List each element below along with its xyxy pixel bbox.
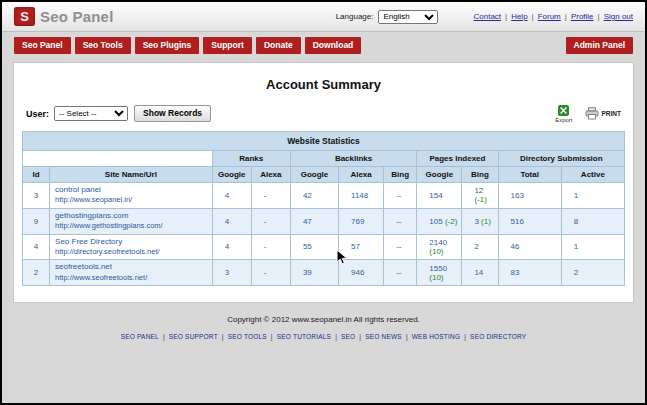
table-row: 3 control panel http://www.seopanel.in/ …	[23, 183, 625, 209]
nav-tab[interactable]: Seo Tools	[75, 37, 131, 54]
cell-pages-bing: 12 (-1)	[462, 183, 498, 209]
user-select[interactable]: -- Select --	[54, 106, 128, 121]
pages-google-diff: (10)	[429, 247, 443, 256]
site-url-link[interactable]: http://www.gethostingplans.com/	[55, 221, 163, 230]
col-pages-bing: Bing	[462, 167, 498, 183]
separator: |	[565, 12, 567, 21]
cell-dir-active: 1	[561, 234, 624, 260]
col-pages-google: Google	[417, 167, 462, 183]
site-url-link[interactable]: http://directory.seofreetools.net/	[55, 247, 160, 256]
admin-panel-button[interactable]: Admin Panel	[566, 37, 633, 54]
content-panel: Account Summary User: -- Select -- Show …	[13, 62, 634, 303]
brand[interactable]: S Seo Panel	[14, 7, 114, 26]
pages-google-value: 154	[429, 191, 442, 200]
logo-letter: S	[20, 9, 29, 24]
cell-dir-active: 8	[561, 208, 624, 234]
nav-tab[interactable]: Donate	[256, 37, 301, 54]
cell-pages-bing: 14	[462, 260, 498, 286]
print-label: PRINT	[602, 110, 622, 117]
site-name-link[interactable]: Seo Free Directory	[55, 237, 122, 246]
cell-rank-google: 4	[212, 183, 251, 209]
blank-header-cell	[23, 151, 213, 167]
cell-backlinks-bing: --	[384, 260, 417, 286]
seo-panel-page: S Seo Panel Language: English Contact | …	[0, 0, 647, 405]
pages-bing-value: 2	[474, 242, 478, 251]
pages-google-value: 2140	[429, 238, 447, 247]
footer-link[interactable]: SEO SUPPORT	[169, 333, 218, 340]
footer-link[interactable]: SEO TOOLS	[228, 333, 267, 340]
nav-tab[interactable]: Download	[305, 37, 362, 54]
cell-backlinks-google: 42	[290, 183, 338, 209]
group-ranks: Ranks	[212, 151, 290, 167]
site-name-link[interactable]: control panel	[55, 185, 101, 194]
cell-backlinks-google: 55	[290, 234, 338, 260]
cell-rank-alexa: -	[251, 183, 290, 209]
site-url-link[interactable]: http://www.seofreetools.net/	[55, 273, 147, 282]
top-link[interactable]: Profile	[571, 12, 594, 21]
seo-panel-logo-icon: S	[14, 7, 35, 26]
print-icon	[585, 107, 599, 120]
print-control[interactable]: PRINT	[585, 107, 622, 120]
col-backlinks-bing: Bing	[384, 167, 417, 183]
footer-link[interactable]: SEO TUTORIALS	[277, 333, 331, 340]
footer-link[interactable]: SEO PANEL	[121, 333, 159, 340]
export-control[interactable]: Export	[555, 104, 572, 123]
col-ranks-alexa: Alexa	[251, 167, 290, 183]
cell-backlinks-bing: --	[384, 183, 417, 209]
cell-backlinks-google: 47	[290, 208, 338, 234]
cell-dir-total: 516	[498, 208, 561, 234]
table-title: Website Statistics	[23, 132, 625, 151]
cell-dir-total: 163	[498, 183, 561, 209]
site-url-link[interactable]: http://www.seopanel.in/	[55, 195, 132, 204]
cell-pages-google: 105 (-2)	[417, 208, 462, 234]
cell-pages-google: 2140 (10)	[417, 234, 462, 260]
cell-site: gethostingplans.com http://www.gethostin…	[50, 208, 213, 234]
cell-dir-active: 2	[561, 260, 624, 286]
footer-link[interactable]: SEO	[341, 333, 355, 340]
main-nav: Seo Panel Seo Tools Seo Plugins Support …	[2, 32, 645, 57]
pages-google-diff: (-2)	[445, 217, 457, 226]
cell-rank-google: 4	[212, 234, 251, 260]
pages-bing-value: 3	[474, 217, 478, 226]
cell-backlinks-alexa: 1148	[339, 183, 384, 209]
pages-google-diff: (10)	[429, 273, 443, 282]
pages-google-value: 105	[429, 217, 442, 226]
pages-bing-diff: (1)	[481, 217, 491, 226]
cell-rank-alexa: -	[251, 260, 290, 286]
site-name-link[interactable]: gethostingplans.com	[55, 211, 128, 220]
cell-id: 2	[23, 260, 50, 286]
language-select[interactable]: English	[378, 10, 438, 24]
footer-link[interactable]: SEO NEWS	[365, 333, 402, 340]
footer-link[interactable]: SEO DIRECTORY	[470, 333, 526, 340]
top-right-area: Language: English Contact | Help | Forum…	[336, 10, 633, 24]
footer-links: SEO PANEL | SEO SUPPORT | SEO TOOLS | SE…	[2, 333, 645, 340]
cell-pages-bing: 2	[462, 234, 498, 260]
col-backlinks-alexa: Alexa	[339, 167, 384, 183]
top-link[interactable]: Help	[511, 12, 527, 21]
cell-dir-total: 46	[498, 234, 561, 260]
site-name-link[interactable]: seofreetools.net	[55, 262, 112, 271]
cell-id: 9	[23, 208, 50, 234]
top-link[interactable]: Contact	[473, 12, 501, 21]
nav-tab[interactable]: Seo Plugins	[135, 37, 200, 54]
cell-site: control panel http://www.seopanel.in/	[50, 183, 213, 209]
col-dir-active: Active	[561, 167, 624, 183]
language-label: Language:	[336, 12, 374, 21]
nav-tab[interactable]: Seo Panel	[14, 37, 71, 54]
top-link[interactable]: Sign out	[604, 12, 633, 21]
top-link[interactable]: Forum	[538, 12, 561, 21]
copyright-text: Copyright © 2012 www.seopanel.in All rig…	[2, 315, 645, 324]
cell-pages-google: 1550 (10)	[417, 260, 462, 286]
separator: |	[222, 333, 224, 340]
nav-tab[interactable]: Support	[203, 37, 252, 54]
show-records-button[interactable]: Show Records	[134, 105, 211, 122]
footer-link[interactable]: WEB HOSTING	[412, 333, 460, 340]
website-statistics-table: Website Statistics Ranks Backlinks Pages…	[22, 131, 625, 286]
col-id: Id	[23, 167, 50, 183]
cell-backlinks-bing: --	[384, 234, 417, 260]
separator: |	[505, 12, 507, 21]
export-icon	[557, 104, 570, 117]
cell-rank-google: 3	[212, 260, 251, 286]
group-pages-indexed: Pages Indexed	[417, 151, 498, 167]
separator: |	[464, 333, 466, 340]
